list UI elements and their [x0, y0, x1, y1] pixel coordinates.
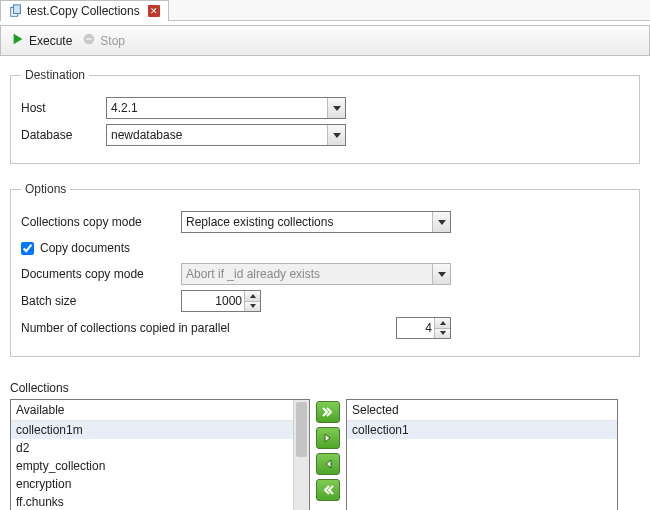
tab-bar: test.Copy Collections ✕: [0, 0, 650, 21]
list-item[interactable]: collection1: [347, 421, 617, 439]
move-all-right-button[interactable]: [316, 401, 340, 423]
batch-size-label: Batch size: [21, 294, 181, 308]
copy-mode-value: Replace existing collections: [186, 215, 333, 229]
docs-mode-label: Documents copy mode: [21, 267, 181, 281]
close-icon[interactable]: ✕: [148, 5, 160, 17]
selected-list[interactable]: Selected collection1: [346, 399, 618, 510]
collections-legend: Collections: [10, 381, 640, 395]
spin-down-icon[interactable]: [244, 302, 260, 312]
list-item[interactable]: d2: [11, 439, 309, 457]
docs-mode-value: Abort if _id already exists: [186, 267, 320, 281]
parallel-value: 4: [425, 321, 432, 335]
host-label: Host: [21, 101, 106, 115]
copy-icon: [9, 4, 23, 18]
copy-mode-label: Collections copy mode: [21, 215, 181, 229]
stop-icon: [82, 32, 96, 49]
spin-down-icon[interactable]: [434, 329, 450, 339]
execute-label: Execute: [29, 34, 72, 48]
active-tab[interactable]: test.Copy Collections ✕: [0, 0, 169, 21]
host-value: 4.2.1: [111, 101, 138, 115]
tab-title: test.Copy Collections: [27, 4, 140, 18]
spin-up-icon[interactable]: [244, 291, 260, 302]
list-item[interactable]: ff.chunks: [11, 493, 309, 510]
database-label: Database: [21, 128, 106, 142]
svg-rect-3: [87, 38, 92, 40]
chevron-down-icon: [327, 98, 345, 118]
move-left-button[interactable]: [316, 453, 340, 475]
parallel-spinner[interactable]: [434, 318, 450, 338]
move-right-button[interactable]: [316, 427, 340, 449]
batch-size-spinner[interactable]: [244, 291, 260, 311]
play-icon: [11, 32, 25, 49]
database-value: newdatabase: [111, 128, 182, 142]
host-combo[interactable]: 4.2.1: [106, 97, 346, 119]
available-list[interactable]: Available collection1m d2 empty_collecti…: [10, 399, 310, 510]
list-item[interactable]: empty_collection: [11, 457, 309, 475]
scrollbar[interactable]: [293, 400, 309, 510]
stop-button: Stop: [78, 30, 129, 51]
chevron-down-icon: [327, 125, 345, 145]
chevron-down-icon: [432, 264, 450, 284]
spin-up-icon[interactable]: [434, 318, 450, 329]
docs-mode-combo: Abort if _id already exists: [181, 263, 451, 285]
transfer-buttons: [316, 399, 340, 510]
copy-documents-checkbox[interactable]: [21, 242, 34, 255]
destination-group: Destination Host 4.2.1 Database newdatab…: [10, 68, 640, 164]
list-item[interactable]: collection1m: [11, 421, 309, 439]
database-combo[interactable]: newdatabase: [106, 124, 346, 146]
destination-legend: Destination: [21, 68, 89, 82]
batch-size-input[interactable]: 1000: [181, 290, 261, 312]
svg-rect-1: [13, 5, 20, 14]
toolbar: Execute Stop: [0, 25, 650, 56]
batch-size-value: 1000: [215, 294, 242, 308]
list-item[interactable]: encryption: [11, 475, 309, 493]
parallel-label: Number of collections copied in parallel: [21, 321, 396, 335]
available-header: Available: [11, 400, 309, 421]
collections-area: Collections Available collection1m d2 em…: [0, 381, 650, 510]
stop-label: Stop: [100, 34, 125, 48]
copy-documents-label: Copy documents: [40, 241, 130, 255]
parallel-input[interactable]: 4: [396, 317, 451, 339]
selected-header: Selected: [347, 400, 617, 421]
copy-mode-combo[interactable]: Replace existing collections: [181, 211, 451, 233]
execute-button[interactable]: Execute: [7, 30, 76, 51]
chevron-down-icon: [432, 212, 450, 232]
options-group: Options Collections copy mode Replace ex…: [10, 182, 640, 357]
options-legend: Options: [21, 182, 70, 196]
move-all-left-button[interactable]: [316, 479, 340, 501]
